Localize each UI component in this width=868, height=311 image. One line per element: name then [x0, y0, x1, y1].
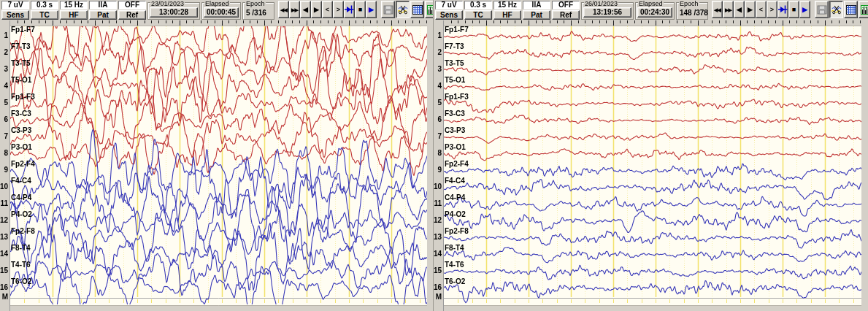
channel-number: 15 [0, 267, 8, 274]
eeg-canvas [444, 20, 861, 311]
high-filter-button[interactable]: HF [60, 10, 88, 20]
page-forward-fast-button[interactable]: ▶▶ [289, 1, 300, 18]
channel-number: 5 [4, 99, 8, 107]
channel-label: C4-P4 [445, 193, 465, 201]
toolbar: 7 uV Sens 0.3 s TC 15 Hz HF IIA Pat OFF … [0, 0, 433, 20]
record-time-button[interactable]: 13:19:56 [583, 7, 631, 18]
goto-marker-button[interactable] [777, 1, 788, 18]
high-filter-button[interactable]: HF [493, 10, 521, 20]
toolbar-icons [815, 1, 868, 20]
channel-number: 2 [4, 49, 8, 56]
channel-label: Fp2-F8 [445, 227, 469, 235]
channel-label: T4-T6 [11, 261, 31, 269]
epoch-label: Epoch [679, 1, 699, 7]
montage-map-button[interactable] [844, 1, 858, 18]
sensitivity-button[interactable]: Sens [1, 10, 29, 20]
toolbar-icons [381, 1, 434, 20]
channel-number: 14 [434, 250, 442, 258]
epoch-label: Epoch [245, 1, 266, 7]
toolbar: 7 uV Sens 0.3 s TC 15 Hz HF IIA Pat OFF … [434, 0, 868, 20]
transport-controls: ◀◀▶▶◀▶<>■▶ [712, 1, 810, 20]
histogram-button[interactable] [859, 1, 868, 18]
channel-label: F3-C3 [11, 110, 31, 118]
step-back-button[interactable]: < [756, 1, 767, 18]
step-forward-button[interactable]: > [767, 1, 777, 18]
stop-button[interactable]: ■ [355, 1, 366, 18]
step-forward-button[interactable]: > [333, 1, 344, 18]
channel-number: 3 [437, 66, 442, 73]
elapsed-group: Elapsed 00:24:30 [635, 2, 675, 20]
page-forward-fast-button[interactable]: ▶▶ [723, 1, 734, 18]
elapsed-time-display: 00:00:45 [204, 7, 239, 18]
reference-button[interactable]: Ref [118, 10, 146, 20]
time-constant-control: 0.3 s TC [464, 1, 492, 20]
reference-button[interactable]: Ref [552, 10, 580, 20]
page-back-button[interactable]: ◀ [300, 1, 311, 18]
channel-number: 4 [4, 82, 8, 90]
channel-label: P3-O1 [11, 143, 32, 151]
channel-label: Fp1-F3 [11, 93, 35, 101]
play-button[interactable]: ▶ [366, 1, 377, 18]
channel-number: 1 [437, 32, 442, 39]
channel-label: Fp2-F4 [11, 160, 35, 168]
sensitivity-control: 7 uV Sens [1, 1, 29, 20]
channel-label: F4-C4 [445, 177, 465, 185]
channel-label: C3-P3 [11, 126, 31, 134]
time-constant-button[interactable]: TC [31, 10, 58, 20]
save-button[interactable] [815, 1, 829, 18]
stop-button[interactable]: ■ [788, 1, 799, 18]
goto-marker-button[interactable] [344, 1, 355, 18]
channel-label: T5-O1 [445, 76, 465, 84]
epoch-counter: 5 /316 [245, 9, 274, 17]
channel-label: F3-C3 [445, 110, 465, 118]
page-back-button[interactable]: ◀ [734, 1, 745, 18]
elapsed-label: Elapsed [204, 1, 230, 7]
channel-label: T4-T6 [445, 261, 464, 269]
channel-number: 11 [434, 200, 442, 207]
cut-waveform-button[interactable] [829, 1, 843, 18]
elapsed-time-display: 00:24:30 [637, 7, 672, 18]
play-button[interactable]: ▶ [799, 1, 810, 18]
epoch-counter: 148 /378 [678, 9, 707, 17]
save-button[interactable] [381, 1, 395, 18]
epoch-group: Epoch 5 /316 [242, 2, 274, 20]
channel-label: T6-O2 [445, 277, 465, 285]
histogram-button[interactable] [425, 1, 434, 18]
step-back-button[interactable]: < [322, 1, 333, 18]
sensitivity-control: 7 uV Sens [435, 1, 463, 20]
pattern-button[interactable]: Pat [523, 10, 550, 20]
record-date-label: 26/01/2023 [584, 1, 618, 7]
eeg-plot[interactable]: Fp1-F7F7-T3T3-T5T5-O1Fp1-F3F3-C3C3-P3P3-… [444, 20, 861, 311]
elapsed-group: Elapsed 00:00:45 [201, 2, 241, 20]
high-filter-control: 15 Hz HF [60, 1, 88, 20]
channel-number: 5 [437, 99, 442, 107]
channel-label: Fp1-F7 [445, 26, 469, 34]
channel-number: 12 [434, 217, 442, 224]
channel-number: 7 [4, 133, 8, 140]
channel-number-gutter: 12345678910111213141516M [434, 20, 444, 311]
eeg-plot[interactable]: Fp1-F7F7-T3T3-T5T5-O1Fp1-F3F3-C3C3-P3P3-… [10, 20, 427, 311]
eeg-panel-right: 7 uV Sens 0.3 s TC 15 Hz HF IIA Pat OFF … [434, 0, 868, 311]
page-forward-button[interactable]: ▶ [311, 1, 322, 18]
channel-label: F8-T4 [445, 244, 464, 252]
sensitivity-button[interactable]: Sens [435, 10, 463, 20]
page-back-fast-button[interactable]: ◀◀ [712, 1, 723, 18]
page-back-fast-button[interactable]: ◀◀ [278, 1, 289, 18]
channel-label: F7-T3 [11, 42, 31, 50]
channel-number: 8 [4, 150, 8, 157]
montage-map-button[interactable] [410, 1, 424, 18]
transport-controls: ◀◀▶▶◀▶<>■▶ [278, 1, 377, 20]
cut-waveform-button[interactable] [396, 1, 410, 18]
channel-number: 6 [437, 116, 442, 123]
time-constant-button[interactable]: TC [464, 10, 492, 20]
channel-number: 2 [437, 49, 442, 56]
page-forward-button[interactable]: ▶ [745, 1, 756, 18]
channel-label: P3-O1 [445, 143, 466, 151]
pattern-button[interactable]: Pat [89, 10, 117, 20]
record-time-button[interactable]: 13:00:28 [150, 7, 198, 18]
channel-label: C4-P4 [11, 193, 31, 201]
channel-number: 7 [437, 133, 442, 140]
pattern-control: IIA Pat [89, 1, 117, 20]
channel-number: 16 [434, 284, 442, 291]
reference-value: OFF [552, 1, 580, 9]
